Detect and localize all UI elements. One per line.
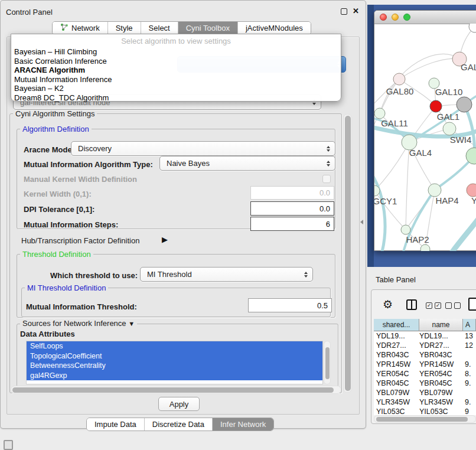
table-panel-title: Table Panel xyxy=(376,275,416,284)
cyni-algorithm-settings-title: Cyni Algorithm Settings xyxy=(13,110,97,118)
table-row[interactable]: YER054CYER054C8. xyxy=(374,369,476,379)
table-row[interactable]: YBR045CYBR045C9. xyxy=(374,379,476,388)
attribute-item[interactable]: SelfLoops xyxy=(27,341,322,351)
popup-item[interactable]: Basic Correlation Inference xyxy=(11,57,341,66)
mi-steps-field[interactable]: 6 xyxy=(250,217,334,231)
hub-definition-label[interactable]: Hub/Transcription Factor Definition xyxy=(21,236,139,245)
popup-item-selected[interactable]: ARACNE Algorithm xyxy=(11,66,341,75)
popup-item[interactable]: Mutual Information Inference xyxy=(11,75,341,84)
panel-divider-collapse-icon[interactable] xyxy=(360,220,363,224)
network-edges-teal xyxy=(374,93,476,251)
which-threshold-combo[interactable]: MI Threshold xyxy=(140,267,313,282)
tab-discretize-data[interactable]: Discretize Data xyxy=(144,418,212,431)
aracne-mode-combo[interactable]: Discovery xyxy=(71,141,335,156)
table-row[interactable]: YLR345WYLR345W9. xyxy=(374,397,476,407)
gear-icon[interactable]: ⚙ xyxy=(383,298,393,311)
mi-type-value: Naive Bayes xyxy=(167,159,210,168)
attributes-vertical-scrollbar[interactable] xyxy=(324,341,331,384)
column-header-shared-name[interactable]: shared... xyxy=(374,319,419,331)
aracne-mode-value: Discovery xyxy=(78,144,112,153)
minimized-window-icon[interactable] xyxy=(4,440,13,450)
tab-network-label: Network xyxy=(71,24,100,32)
node-pink-right[interactable] xyxy=(467,184,476,197)
node-gal11[interactable] xyxy=(374,108,385,119)
manual-kernel-label: Manual Kernel Width Definition xyxy=(24,175,137,184)
attribute-item[interactable]: TopologicalCoefficient xyxy=(27,351,322,361)
node-unlabeled-white[interactable] xyxy=(469,24,476,32)
column-header-name[interactable]: name xyxy=(419,319,463,331)
select-all-checkboxes-icon[interactable]: ✓✓ xyxy=(426,302,441,309)
mi-threshold-field[interactable]: 0.5 xyxy=(248,298,332,312)
table-row[interactable]: YPR145WYPR145W9. xyxy=(374,360,476,369)
table-horizontal-scrollbar[interactable] xyxy=(374,415,476,423)
tab-select[interactable]: Select xyxy=(141,22,178,34)
collapse-down-icon[interactable]: ▼ xyxy=(128,320,135,327)
attribute-item[interactable]: gal4RGexp xyxy=(27,371,322,381)
settings-horizontal-scrollbar[interactable] xyxy=(11,386,341,394)
aracne-mode-label: Aracne Mode: xyxy=(24,145,74,154)
kernel-width-field[interactable]: 0.0 xyxy=(250,186,334,200)
dpi-tolerance-field[interactable]: 0.0 xyxy=(250,201,334,216)
tab-style-label: Style xyxy=(116,24,133,32)
tab-jactivemnodules-label: jActiveMNodules xyxy=(246,24,303,32)
bottom-tabbar: Impute Data Discretize Data Infer Networ… xyxy=(86,418,274,431)
node-bottom[interactable] xyxy=(420,244,430,251)
tab-infer-network[interactable]: Infer Network xyxy=(212,418,273,431)
mi-type-label: Mutual Information Algorithm Type: xyxy=(24,160,153,169)
kernel-width-value: 0.0 xyxy=(319,188,330,197)
node-red-selected[interactable] xyxy=(430,100,442,112)
float-window-icon[interactable] xyxy=(341,8,347,15)
sources-title-text: Sources for Network Inference xyxy=(22,319,126,328)
popup-item[interactable]: Bayesian – Hill Climbing xyxy=(11,47,341,57)
apply-button[interactable]: Apply xyxy=(158,397,200,411)
table-rows: YDL19...YDL19...13 YDR27...YDR27...12 YB… xyxy=(374,331,476,415)
tab-infer-network-label: Infer Network xyxy=(220,420,266,429)
table-row[interactable]: YDR27...YDR27...12 xyxy=(374,341,476,350)
table-row[interactable]: YIL053CYIL053C9 xyxy=(374,407,476,415)
columns-icon[interactable] xyxy=(406,299,417,310)
node-label: Y xyxy=(471,195,476,206)
close-icon[interactable]: ✕ xyxy=(353,6,359,15)
node-label: HAP4 xyxy=(435,195,458,206)
mac-close-button[interactable] xyxy=(380,14,387,21)
tab-network[interactable]: Network xyxy=(53,22,107,34)
node-label: GCY1 xyxy=(374,196,397,206)
popup-placeholder: Select algorithm to view settings xyxy=(11,37,341,45)
tab-cyni-toolbox[interactable]: Cyni Toolbox xyxy=(178,22,237,34)
manual-kernel-checkbox[interactable] xyxy=(322,175,331,183)
node-table: shared... name A YDL19...YDL19...13 YDR2… xyxy=(374,319,476,415)
tab-jactivemnodules[interactable]: jActiveMNodules xyxy=(237,22,311,34)
node-hap2[interactable] xyxy=(401,225,410,234)
apply-button-label: Apply xyxy=(169,400,189,409)
mac-minimize-button[interactable] xyxy=(392,14,399,21)
popup-item[interactable]: Dream8 DC_TDC Algorithm xyxy=(11,93,341,103)
table-row[interactable]: YBR043CYBR043C xyxy=(374,350,476,360)
node-gal80[interactable] xyxy=(393,73,405,85)
deselect-all-checkboxes-icon[interactable] xyxy=(445,302,461,309)
tab-impute-data[interactable]: Impute Data xyxy=(87,418,144,431)
table-row[interactable]: YDL19...YDL19...13 xyxy=(374,331,476,341)
mi-type-combo[interactable]: Naive Bayes xyxy=(159,156,335,171)
tab-discretize-data-label: Discretize Data xyxy=(152,420,204,429)
popup-item[interactable]: Bayesian – K2 xyxy=(11,84,341,93)
node-hap4[interactable] xyxy=(428,184,441,197)
tab-style[interactable]: Style xyxy=(107,22,141,34)
node-label: GAL10 xyxy=(435,87,463,97)
settings-vertical-scrollbar[interactable] xyxy=(343,114,352,393)
node-gal1[interactable] xyxy=(443,122,456,135)
network-window-titlebar[interactable] xyxy=(374,11,476,24)
network-canvas[interactable]: GAL80 GAL10 GAL1 GAL11 SWI4 GAL4 GCY1 HA… xyxy=(374,24,476,251)
expand-right-icon[interactable]: ▶ xyxy=(162,235,168,244)
mac-zoom-button[interactable] xyxy=(403,14,410,21)
column-header-partial[interactable]: A xyxy=(463,319,476,331)
node-label: SWI4 xyxy=(450,135,472,145)
table-row[interactable]: YBL079WYBL079W xyxy=(374,388,476,397)
node-gray[interactable] xyxy=(457,97,472,112)
which-threshold-label: Which threshold to use: xyxy=(50,271,138,280)
screen: Control Panel ✕ Network Style Select Cyn… xyxy=(0,0,476,450)
sources-group-title[interactable]: Sources for Network Inference ▼ xyxy=(20,319,137,328)
tab-select-label: Select xyxy=(149,24,170,32)
node-label: GAL1 xyxy=(437,112,459,122)
document-icon[interactable] xyxy=(468,298,476,311)
attribute-item[interactable]: BetweennessCentrality xyxy=(27,361,322,371)
